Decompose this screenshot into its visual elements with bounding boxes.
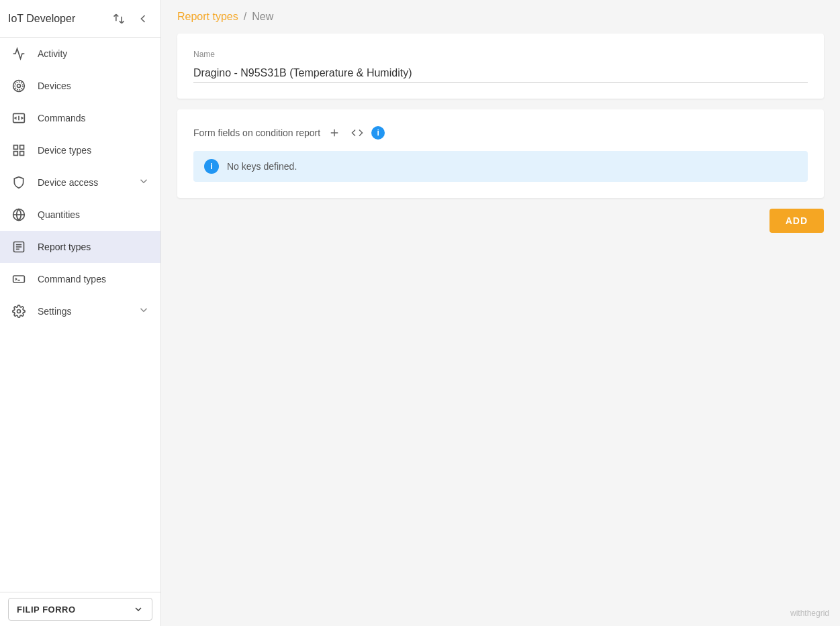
content-area: Name Form fields on condition report — [161, 34, 840, 198]
svg-rect-8 — [20, 152, 24, 156]
sidebar-item-settings[interactable]: Settings — [0, 295, 160, 327]
name-card: Name — [177, 34, 824, 99]
svg-rect-15 — [13, 276, 25, 282]
add-button-row: ADD — [161, 198, 840, 244]
report-types-icon — [11, 239, 27, 255]
device-access-icon — [11, 174, 27, 191]
code-editor-button[interactable] — [348, 125, 366, 140]
sidebar-item-commands[interactable]: Commands — [0, 102, 160, 134]
settings-arrow-icon — [138, 304, 150, 319]
sidebar-item-report-types-label: Report types — [38, 242, 150, 252]
sidebar-item-report-types[interactable]: Report types — [0, 231, 160, 263]
sidebar-item-quantities[interactable]: Quantities — [0, 199, 160, 231]
sidebar-item-command-types-label: Command types — [38, 274, 150, 284]
app-title: IoT Developer — [8, 13, 75, 25]
sidebar: IoT Developer Act — [0, 0, 161, 626]
plus-icon — [328, 127, 340, 139]
section-title: Form fields on condition report — [193, 127, 320, 138]
user-menu-button[interactable]: FILIP FORRO — [8, 598, 152, 621]
quantities-icon — [11, 207, 27, 223]
code-icon — [351, 127, 363, 139]
sidebar-item-activity-label: Activity — [38, 48, 150, 59]
device-access-arrow-icon — [138, 175, 150, 191]
sidebar-item-devices[interactable]: Devices — [0, 70, 160, 102]
sidebar-item-device-types-label: Device types — [38, 145, 150, 156]
user-name: FILIP FORRO — [17, 605, 76, 615]
name-field-input[interactable] — [193, 64, 808, 83]
add-field-button[interactable] — [326, 125, 343, 140]
sidebar-item-device-access[interactable]: Device access — [0, 166, 160, 199]
activity-icon — [11, 46, 27, 62]
user-menu-arrow-icon — [133, 604, 144, 615]
breadcrumb: Report types / New — [161, 0, 840, 34]
watermark: withthegrid — [790, 609, 829, 618]
svg-rect-7 — [14, 152, 18, 156]
commands-icon — [11, 110, 27, 126]
sidebar-header-icons — [109, 9, 152, 28]
svg-point-17 — [17, 310, 21, 313]
sidebar-header: IoT Developer — [0, 0, 160, 38]
devices-icon — [11, 78, 27, 94]
no-keys-alert: i No keys defined. — [193, 151, 808, 182]
section-header: Form fields on condition report i — [193, 125, 808, 140]
sidebar-item-activity[interactable]: Activity — [0, 38, 160, 70]
name-field-label: Name — [193, 50, 808, 59]
sidebar-item-commands-label: Commands — [38, 113, 150, 123]
svg-rect-6 — [20, 146, 24, 150]
breadcrumb-current: New — [252, 11, 273, 23]
svg-rect-5 — [14, 146, 18, 150]
form-fields-card: Form fields on condition report i i — [177, 109, 824, 198]
sidebar-item-quantities-label: Quantities — [38, 209, 150, 220]
no-keys-message: No keys defined. — [227, 161, 297, 172]
main-content: Report types / New Name Form fields on c… — [161, 0, 840, 626]
settings-icon — [11, 303, 27, 319]
sidebar-item-settings-label: Settings — [38, 306, 138, 317]
add-button[interactable]: ADD — [769, 209, 824, 233]
breadcrumb-link[interactable]: Report types — [177, 11, 238, 23]
swap-icon-button[interactable] — [109, 9, 128, 28]
sidebar-item-device-access-label: Device access — [38, 177, 138, 188]
info-icon-button[interactable]: i — [371, 126, 385, 140]
breadcrumb-separator: / — [244, 11, 246, 23]
svg-point-1 — [15, 82, 23, 90]
command-types-icon — [11, 271, 27, 287]
sidebar-footer: FILIP FORRO — [0, 592, 160, 626]
sidebar-nav: Activity Devices — [0, 38, 160, 592]
alert-info-icon: i — [204, 159, 219, 174]
sidebar-item-command-types[interactable]: Command types — [0, 263, 160, 295]
svg-point-0 — [17, 85, 21, 88]
sidebar-item-devices-label: Devices — [38, 81, 150, 91]
collapse-sidebar-button[interactable] — [134, 9, 152, 28]
sidebar-item-device-types[interactable]: Device types — [0, 134, 160, 166]
device-types-icon — [11, 142, 27, 158]
